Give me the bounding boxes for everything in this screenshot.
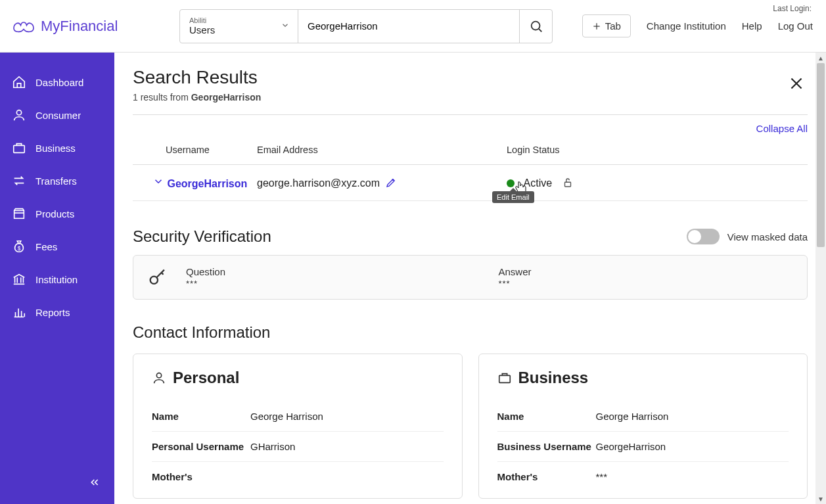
sidebar-item-consumer[interactable]: Consumer — [0, 99, 114, 131]
business-username-value: GeorgeHarrison — [596, 441, 666, 452]
personal-mother-label: Mother's — [152, 471, 250, 482]
personal-username-value: GHarrison — [250, 441, 295, 452]
main-content: Search Results 1 results from GeorgeHarr… — [114, 53, 826, 504]
personal-name-label: Name — [152, 411, 250, 422]
home-icon — [12, 75, 26, 89]
search-button[interactable] — [519, 10, 552, 43]
svg-rect-13 — [499, 375, 510, 382]
scroll-down-icon[interactable]: ▼ — [815, 493, 826, 504]
edit-email-button[interactable] — [385, 177, 397, 189]
svg-point-12 — [156, 373, 161, 378]
search-scope-small: Abiliti — [189, 16, 288, 24]
sidebar-collapse-button[interactable] — [89, 477, 100, 491]
search-icon — [529, 19, 543, 34]
sidebar-item-label: Institution — [35, 274, 78, 285]
svg-rect-5 — [14, 145, 25, 152]
search-combo: Abiliti Users — [179, 9, 553, 43]
sidebar-item-label: Fees — [35, 241, 57, 252]
sidebar-item-institution[interactable]: Institution — [0, 263, 114, 296]
top-right: Tab Change Institution Help Log Out — [582, 14, 813, 37]
page-title: Search Results — [133, 67, 808, 88]
brand-name: MyFinancial — [41, 18, 118, 35]
search-scope-dropdown[interactable]: Abiliti Users — [180, 10, 298, 43]
scroll-thumb[interactable] — [817, 63, 825, 247]
contact-info-title: Contact Information — [133, 323, 808, 342]
edit-email-tooltip: Edit Email — [492, 191, 534, 203]
security-box: Question *** Answer *** — [133, 255, 808, 300]
sidebar-item-label: Reports — [35, 307, 70, 318]
search-input[interactable] — [298, 10, 519, 43]
box-icon — [12, 206, 26, 221]
close-button[interactable] — [788, 75, 805, 94]
transfers-icon — [12, 173, 26, 188]
expand-row-button[interactable] — [142, 178, 167, 189]
svg-line-1 — [539, 29, 541, 32]
username-link[interactable]: GeorgeHarrison — [167, 178, 247, 189]
svg-text:$: $ — [18, 246, 21, 252]
sidebar-item-reports[interactable]: Reports — [0, 296, 114, 329]
sidebar-item-label: Business — [35, 143, 76, 154]
sidebar-item-transfers[interactable]: Transfers — [0, 164, 114, 197]
unlock-button[interactable] — [562, 177, 574, 189]
personal-username-label: Personal Username — [152, 441, 250, 452]
business-heading: Business — [518, 369, 589, 387]
business-card: Business NameGeorge Harrison Business Us… — [478, 354, 808, 499]
collapse-all-link[interactable]: Collapse All — [133, 123, 808, 134]
security-answer-value: *** — [499, 279, 794, 288]
chart-icon — [12, 305, 26, 319]
sidebar-item-label: Transfers — [35, 175, 77, 187]
results-subtitle: 1 results from GeorgeHarrison — [133, 92, 808, 103]
sidebar-item-fees[interactable]: $ Fees — [0, 230, 114, 263]
person-icon — [152, 371, 166, 385]
search-scope-big: Users — [189, 24, 288, 35]
sidebar-item-dashboard[interactable]: Dashboard — [0, 66, 114, 99]
scroll-up-icon[interactable]: ▲ — [815, 53, 826, 63]
key-icon — [147, 266, 169, 288]
pencil-icon — [385, 177, 397, 189]
moneybag-icon: $ — [12, 239, 26, 254]
chevron-down-icon — [281, 20, 290, 32]
svg-point-4 — [16, 110, 21, 115]
col-username: Username — [133, 139, 254, 165]
sidebar-item-label: Dashboard — [35, 77, 83, 88]
sidebar-item-business[interactable]: Business — [0, 131, 114, 164]
change-institution-link[interactable]: Change Institution — [647, 20, 726, 32]
col-login-status: Login Status — [504, 139, 808, 165]
business-name-value: George Harrison — [596, 411, 669, 422]
chevron-double-left-icon — [89, 477, 100, 488]
email-value: george.harrison@xyz.com — [257, 177, 380, 189]
business-mother-label: Mother's — [497, 471, 596, 482]
unlock-icon — [562, 177, 574, 189]
business-name-label: Name — [497, 411, 596, 422]
briefcase-icon — [497, 371, 512, 385]
sidebar-item-label: Consumer — [35, 110, 81, 121]
personal-card: Personal NameGeorge Harrison Personal Us… — [133, 354, 463, 499]
svg-rect-6 — [14, 210, 24, 218]
help-link[interactable]: Help — [742, 20, 762, 32]
view-masked-toggle[interactable] — [687, 229, 720, 244]
bank-icon — [12, 272, 26, 286]
plus-icon — [592, 22, 601, 31]
personal-heading: Personal — [173, 369, 239, 387]
person-icon — [12, 108, 26, 122]
sidebar-item-label: Products — [35, 208, 74, 219]
business-mother-value: *** — [596, 471, 608, 482]
table-row: GeorgeHarrison george.harrison@xyz.com E… — [133, 165, 808, 201]
logout-link[interactable]: Log Out — [778, 20, 813, 32]
brand-logo-icon — [12, 18, 35, 34]
scrollbar[interactable]: ▲ ▼ — [815, 53, 826, 504]
sidebar-item-products[interactable]: Products — [0, 197, 114, 230]
last-login-label: Last Login: — [773, 4, 812, 13]
personal-name-value: George Harrison — [250, 411, 323, 422]
add-tab-button[interactable]: Tab — [582, 14, 631, 37]
security-verification-title: Security Verification — [133, 227, 271, 246]
view-masked-label: View masked data — [727, 231, 808, 242]
login-status-value: Active — [524, 177, 553, 189]
brand: MyFinancial — [12, 18, 179, 35]
svg-point-11 — [150, 277, 158, 284]
status-dot-icon — [507, 179, 515, 187]
results-table: Username Email Address Login Status Geor… — [133, 139, 808, 201]
security-answer-label: Answer — [499, 266, 794, 277]
top-bar: MyFinancial Abiliti Users Tab Change Ins… — [0, 0, 826, 53]
chevron-down-icon — [152, 175, 164, 187]
